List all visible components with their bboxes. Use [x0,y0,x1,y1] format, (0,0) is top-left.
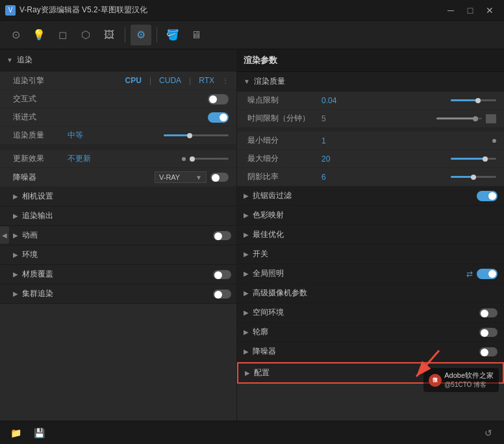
row-interactive: 交互式 [0,90,236,108]
section-environment-arrow: ▶ [13,251,18,258]
section-render-output-label: 追染输出 [22,210,53,221]
right-panel: 渲染参数 ▼ 渲染质量 噪点限制 0.04 时间限制（分钟） 5 [237,49,504,421]
maximize-button[interactable]: □ [461,3,479,18]
row-progressive: 渐进式 [0,108,236,127]
toolbar-sep-2 [157,27,157,43]
engine-cpu-btn[interactable]: CPU [123,75,144,86]
update-effect-value: 不更新 [68,153,91,164]
engine-rtx-btn[interactable]: RTX [196,75,217,86]
toolbar-bucket-icon[interactable]: 🪣 [162,25,183,45]
section-cluster-render-arrow: ▶ [13,290,18,297]
section-render-quality-rp[interactable]: ▼ 渲染质量 [237,72,504,92]
color-mapping-label: 色彩映射 [253,210,284,221]
section-advanced-camera[interactable]: ▶ 高级摄像机参数 [237,284,504,303]
time-limit-end-block [486,114,496,123]
section-material-override-arrow: ▶ [13,271,18,278]
dropdown-arrow-icon: ▼ [195,174,202,181]
section-render-output[interactable]: ▶ 追染输出 [0,206,236,226]
update-effect-slider[interactable] [190,158,229,160]
outline-arrow: ▶ [244,328,249,336]
undo-button[interactable]: ↺ [481,425,496,441]
outline-toggle[interactable] [479,328,498,337]
max-subdivs-slider[interactable] [451,158,496,160]
section-animation[interactable]: ▶ 动画 [0,226,236,245]
close-button[interactable]: ✕ [481,3,499,18]
denoiser-toggle[interactable] [210,173,229,182]
toolbar-object-icon[interactable]: ◻ [52,25,73,45]
left-edge-collapse[interactable]: ◀ [0,227,9,244]
shadow-ratio-label: 阴影比率 [247,171,319,182]
rp-denoiser-toggle[interactable] [479,347,498,356]
interactive-toggle[interactable] [208,94,229,105]
watermark-sub-text: @51CTO 博客 [444,380,494,389]
section-camera-label: 相机设置 [22,191,53,202]
toolbar-layers-icon[interactable]: ⬡ [75,25,96,45]
section-environment-label: 环境 [22,249,38,260]
rp-render-quality-label: 渲染质量 [254,76,285,87]
watermark-main-text: Adobe软件之家 [444,371,494,380]
aa-filter-toggle[interactable] [477,191,498,201]
min-subdivs-controls [492,139,496,143]
material-override-toggle[interactable] [213,270,231,279]
outline-controls [479,328,498,337]
animation-toggle[interactable] [213,231,231,240]
section-render-label: 追染 [17,55,32,66]
folder-open-button[interactable]: 📁 [8,425,23,441]
noise-limit-slider[interactable] [451,99,496,101]
section-spatial-env[interactable]: ▶ 空间环境 [237,303,504,323]
cluster-render-toggle[interactable] [213,290,231,299]
toolbar-render-icon[interactable]: ⊙ [5,25,26,45]
row-max-subdivs: 最大细分 20 [237,150,504,168]
section-rp-denoiser[interactable]: ▶ 降噪器 [237,342,504,362]
rp-denoiser-label: 降噪器 [253,346,479,357]
toolbar-monitor-icon[interactable]: 🖥 [186,25,207,45]
section-environment[interactable]: ▶ 环境 [0,245,236,265]
engine-cuda-btn[interactable]: CUDA [157,75,184,86]
time-limit-slider[interactable] [436,117,482,119]
toolbar-image-icon[interactable]: 🖼 [99,25,120,45]
gi-toggle[interactable] [477,269,498,279]
section-camera[interactable]: ▶ 相机设置 [0,187,236,206]
time-limit-value: 5 [321,114,326,123]
section-outline[interactable]: ▶ 轮廓 [237,323,504,342]
section-aa-filter[interactable]: ▶ 抗锯齿过滤 [237,186,504,206]
section-cluster-render[interactable]: ▶ 集群追染 [0,284,236,304]
time-limit-label: 时间限制（分钟） [247,113,319,124]
denoiser-controls: V-RAY ▼ [155,171,229,183]
section-material-override[interactable]: ▶ 材质覆盖 [0,265,236,284]
rp-render-quality-arrow: ▼ [244,78,250,85]
section-best-optimize[interactable]: ▶ 最佳优化 [237,225,504,245]
section-switch[interactable]: ▶ 开关 [237,245,504,264]
config-arrow: ▶ [245,369,250,376]
denoiser-dropdown[interactable]: V-RAY ▼ [155,171,207,183]
section-render-arrow: ▼ [6,56,13,64]
min-subdivs-value: 1 [321,136,326,145]
gi-label: 全局照明 [253,268,466,279]
section-global-illumination[interactable]: ▶ 全局照明 ⇄ [237,264,504,284]
title-bar-text: V-Ray资源编辑器 V5.2-草图联盟汉化 [19,5,442,16]
render-quality-slider[interactable] [164,134,229,136]
row-render-engine: 追染引擎 CPU | CUDA | RTX ⋮ [0,71,236,90]
left-panel: ◀ ▼ 追染 追染引擎 CPU | CUDA | RTX ⋮ 交互式 [0,49,237,421]
section-cluster-render-label: 集群追染 [22,288,213,299]
save-button[interactable]: 💾 [31,425,47,441]
toolbar-gear-icon[interactable]: ⚙ [131,25,151,45]
minimize-button[interactable]: ─ [442,3,460,18]
rp-denoiser-arrow: ▶ [244,348,249,355]
section-render[interactable]: ▼ 追染 [0,49,236,71]
shadow-ratio-value: 6 [321,173,326,182]
progressive-toggle[interactable] [208,112,229,123]
spatial-env-label: 空间环境 [253,307,479,318]
engine-more-icon[interactable]: ⋮ [222,77,229,84]
shadow-ratio-slider[interactable] [451,176,496,178]
gi-settings-icon[interactable]: ⇄ [466,269,473,278]
time-limit-controls [436,114,496,123]
section-color-mapping[interactable]: ▶ 色彩映射 [237,206,504,225]
section-animation-label: 动画 [22,230,213,241]
spatial-env-arrow: ▶ [244,309,249,316]
row-noise-limit: 噪点限制 0.04 [237,92,504,110]
bottom-bar: 📁 💾 ↺ [0,421,504,444]
interactive-label: 交互式 [13,93,65,105]
toolbar-light-icon[interactable]: 💡 [29,25,49,45]
spatial-env-toggle[interactable] [479,308,498,317]
